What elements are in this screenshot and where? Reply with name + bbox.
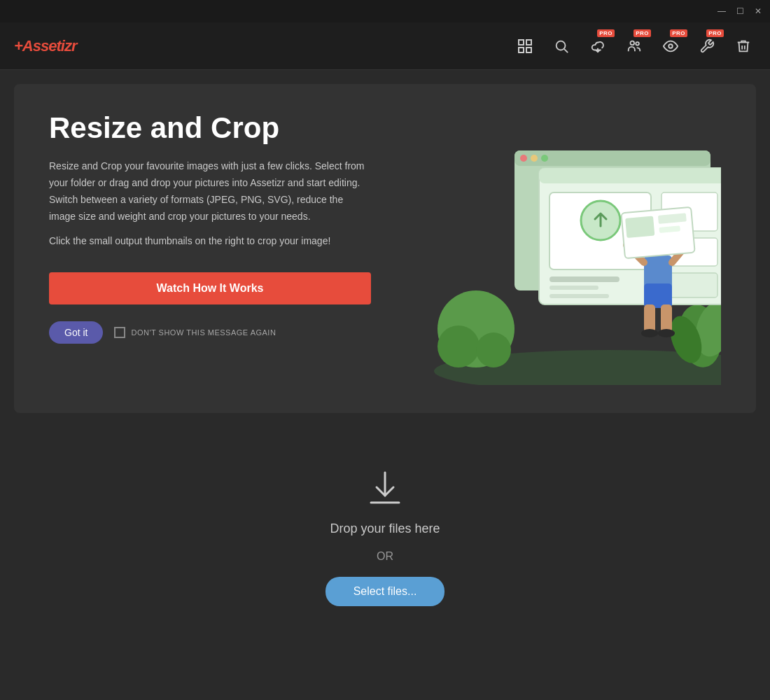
trash-icon[interactable] <box>731 34 756 59</box>
pro-badge: PRO <box>634 29 651 37</box>
svg-point-19 <box>531 155 538 162</box>
watch-how-button[interactable]: Watch How It Works <box>49 272 371 304</box>
svg-rect-0 <box>519 40 524 45</box>
description-para-2: Click the small output thumbnails on the… <box>49 233 371 250</box>
info-left: Resize and Crop Resize and Crop your fav… <box>49 112 371 385</box>
resize-icon[interactable] <box>512 34 538 59</box>
drop-text: Drop your files here <box>330 522 440 536</box>
svg-point-8 <box>668 44 673 48</box>
main-content: Resize and Crop Resize and Crop your fav… <box>0 70 770 648</box>
svg-point-6 <box>631 41 635 45</box>
description-para-1: Resize and Crop your favourite images wi… <box>49 158 371 225</box>
pro-badge: PRO <box>670 29 687 37</box>
svg-point-12 <box>476 332 511 368</box>
dont-show-checkbox[interactable] <box>114 327 125 338</box>
people-icon[interactable]: PRO <box>622 34 647 59</box>
svg-point-11 <box>438 326 479 368</box>
got-it-button[interactable]: Got it <box>49 321 103 344</box>
drop-icon <box>364 469 406 507</box>
or-text: OR <box>377 550 393 563</box>
svg-point-37 <box>658 329 675 337</box>
tools-icon[interactable]: PRO <box>694 34 720 59</box>
svg-rect-34 <box>644 304 655 332</box>
toolbar-icons: PRO PRO PRO PRO <box>512 34 756 59</box>
svg-rect-25 <box>550 276 620 282</box>
illustration-area <box>399 112 721 385</box>
svg-rect-22 <box>539 168 721 183</box>
eye-icon[interactable]: PRO <box>658 34 683 59</box>
info-card: Resize and Crop Resize and Crop your fav… <box>14 84 756 413</box>
card-description: Resize and Crop your favourite images wi… <box>49 158 371 258</box>
illustration-svg <box>399 112 721 385</box>
select-files-button[interactable]: Select files... <box>326 577 445 606</box>
dont-show-label: DON'T SHOW THIS MESSAGE AGAIN <box>131 328 276 337</box>
card-title: Resize and Crop <box>49 112 371 144</box>
close-button[interactable]: ✕ <box>752 5 764 18</box>
minimize-button[interactable]: — <box>715 5 728 18</box>
cloud-download-icon[interactable]: PRO <box>585 34 610 59</box>
svg-point-20 <box>541 155 548 162</box>
svg-point-18 <box>520 155 527 162</box>
pro-badge: PRO <box>597 29 615 37</box>
svg-point-7 <box>636 42 639 46</box>
svg-rect-1 <box>526 40 531 45</box>
svg-rect-39 <box>625 216 654 238</box>
svg-point-4 <box>556 41 566 50</box>
svg-rect-27 <box>550 294 609 298</box>
toolbar: +Assetizr PRO <box>0 22 770 70</box>
svg-rect-33 <box>644 284 672 308</box>
svg-rect-2 <box>519 48 524 52</box>
svg-point-36 <box>641 329 658 337</box>
dont-show-checkbox-row[interactable]: DON'T SHOW THIS MESSAGE AGAIN <box>114 327 276 338</box>
svg-rect-26 <box>550 286 598 290</box>
maximize-button[interactable]: ☐ <box>734 5 746 18</box>
app-logo: +Assetizr <box>14 37 498 55</box>
svg-line-5 <box>564 49 568 52</box>
bottom-row: Got it DON'T SHOW THIS MESSAGE AGAIN <box>49 321 371 344</box>
titlebar: — ☐ ✕ <box>0 0 770 22</box>
dropzone[interactable]: Drop your files here OR Select files... <box>14 441 756 634</box>
svg-rect-3 <box>526 48 531 52</box>
pro-badge: PRO <box>706 29 724 37</box>
svg-rect-35 <box>661 304 672 332</box>
search-icon[interactable] <box>549 34 574 59</box>
